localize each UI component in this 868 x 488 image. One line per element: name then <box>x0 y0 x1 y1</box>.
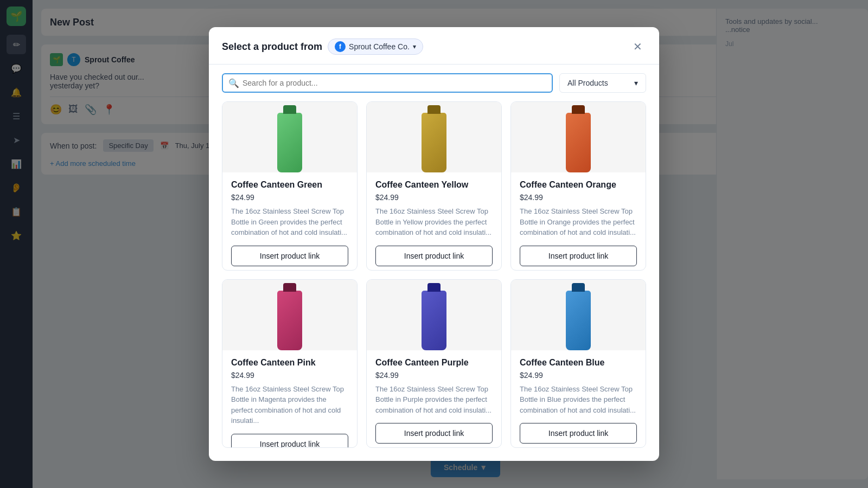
product-desc-yellow: The 16oz Stainless Steel Screw Top Bottl… <box>375 206 493 238</box>
chevron-down-icon: ▾ <box>413 43 416 50</box>
product-image-yellow <box>367 102 501 172</box>
product-image-orange <box>511 102 646 172</box>
product-info-yellow: Coffee Canteen Yellow $24.99 The 16oz St… <box>367 172 501 246</box>
product-name-purple: Coffee Canteen Purple <box>375 358 493 368</box>
product-info-blue: Coffee Canteen Blue $24.99 The 16oz Stai… <box>511 350 646 423</box>
product-price-pink: $24.99 <box>231 371 348 380</box>
product-name-blue: Coffee Canteen Blue <box>520 358 637 368</box>
insert-link-button-green[interactable]: Insert product link <box>231 246 348 266</box>
product-desc-orange: The 16oz Stainless Steel Screw Top Bottl… <box>520 206 637 238</box>
store-name: Sprout Coffee Co. <box>349 42 410 51</box>
product-card-orange: Coffee Canteen Orange $24.99 The 16oz St… <box>510 101 646 271</box>
search-icon: 🔍 <box>228 78 239 88</box>
filter-label: All Products <box>567 79 608 87</box>
modal-close-button[interactable]: ✕ <box>629 38 646 55</box>
modal-search-row: 🔍 All Products ▾ <box>209 65 659 101</box>
modal-title: Select a product from <box>222 41 322 53</box>
product-desc-purple: The 16oz Stainless Steel Screw Top Bottl… <box>375 384 493 416</box>
product-image-pink <box>222 280 357 350</box>
product-price-purple: $24.99 <box>375 371 493 380</box>
product-name-pink: Coffee Canteen Pink <box>231 358 348 368</box>
insert-link-button-pink[interactable]: Insert product link <box>231 434 348 448</box>
product-desc-blue: The 16oz Stainless Steel Screw Top Bottl… <box>520 384 637 416</box>
facebook-icon: f <box>335 41 346 52</box>
product-card-green: Coffee Canteen Green $24.99 The 16oz Sta… <box>222 101 358 271</box>
insert-link-button-yellow[interactable]: Insert product link <box>375 246 493 266</box>
product-image-green <box>222 102 357 172</box>
insert-link-button-blue[interactable]: Insert product link <box>520 423 637 444</box>
product-info-pink: Coffee Canteen Pink $24.99 The 16oz Stai… <box>222 350 357 434</box>
product-name-orange: Coffee Canteen Orange <box>520 180 637 190</box>
product-price-orange: $24.99 <box>520 193 637 202</box>
store-selector[interactable]: f Sprout Coffee Co. ▾ <box>328 38 423 55</box>
product-info-green: Coffee Canteen Green $24.99 The 16oz Sta… <box>222 172 357 246</box>
product-card-yellow: Coffee Canteen Yellow $24.99 The 16oz St… <box>366 101 502 271</box>
insert-link-button-purple[interactable]: Insert product link <box>375 423 493 444</box>
filter-dropdown[interactable]: All Products ▾ <box>559 73 646 93</box>
product-price-green: $24.99 <box>231 193 348 202</box>
search-input-wrap: 🔍 <box>222 73 553 93</box>
product-card-blue: Coffee Canteen Blue $24.99 The 16oz Stai… <box>510 279 646 448</box>
product-card-pink: Coffee Canteen Pink $24.99 The 16oz Stai… <box>222 279 358 448</box>
product-desc-pink: The 16oz Stainless Steel Screw Top Bottl… <box>231 384 348 426</box>
modal-title-row: Select a product from f Sprout Coffee Co… <box>222 38 423 55</box>
filter-chevron-icon: ▾ <box>634 79 638 87</box>
product-info-orange: Coffee Canteen Orange $24.99 The 16oz St… <box>511 172 646 246</box>
product-price-blue: $24.99 <box>520 371 637 380</box>
modal-header: Select a product from f Sprout Coffee Co… <box>209 27 659 65</box>
products-grid: Coffee Canteen Green $24.99 The 16oz Sta… <box>209 101 659 461</box>
product-image-blue <box>511 280 646 350</box>
product-info-purple: Coffee Canteen Purple $24.99 The 16oz St… <box>367 350 501 423</box>
product-price-yellow: $24.99 <box>375 193 493 202</box>
product-select-modal: Select a product from f Sprout Coffee Co… <box>209 27 659 461</box>
product-name-green: Coffee Canteen Green <box>231 180 348 190</box>
product-desc-green: The 16oz Stainless Steel Screw Top Bottl… <box>231 206 348 238</box>
product-name-yellow: Coffee Canteen Yellow <box>375 180 493 190</box>
product-image-purple <box>367 280 501 350</box>
insert-link-button-orange[interactable]: Insert product link <box>520 246 637 266</box>
product-card-purple: Coffee Canteen Purple $24.99 The 16oz St… <box>366 279 502 448</box>
modal-overlay: Select a product from f Sprout Coffee Co… <box>0 0 868 488</box>
search-input[interactable] <box>222 73 553 93</box>
